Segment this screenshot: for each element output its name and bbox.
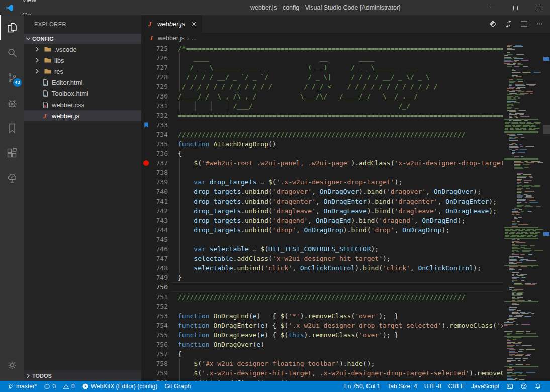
gutter-glyph[interactable]: [141, 53, 151, 63]
gutter-glyph[interactable]: [141, 244, 151, 254]
code-line-748[interactable]: 748 selectable.unbind('click', OnClickCo…: [141, 263, 550, 273]
status-play[interactable]: WebKitX (Editor) (config): [78, 381, 161, 392]
line-number[interactable]: 754: [151, 321, 168, 330]
gutter-glyph[interactable]: [141, 130, 151, 139]
gutter-glyph[interactable]: [141, 235, 151, 244]
code-line-740[interactable]: 740 drop_targets.unbind('dragover', OnDr…: [141, 187, 550, 197]
line-number[interactable]: 746: [151, 244, 168, 254]
line-number[interactable]: 741: [151, 197, 168, 206]
status-error[interactable]: 0: [40, 381, 59, 392]
line-number[interactable]: 745: [151, 235, 168, 244]
code-line-730[interactable]: 730/____/_/ \_,_/\_, / \___/\/ /____/_/ …: [141, 91, 550, 101]
gutter-glyph[interactable]: [141, 311, 151, 321]
status-ln-750-col-1[interactable]: Ln 750, Col 1: [341, 381, 384, 392]
gutter-glyph[interactable]: [141, 216, 151, 225]
status-tab-size-4[interactable]: Tab Size: 4: [384, 381, 420, 392]
activity-todo-tree-button[interactable]: [0, 166, 24, 191]
line-number[interactable]: 742: [151, 206, 168, 216]
code-line-746[interactable]: 746 var selectable = $(HIT_TEST_CONTROLS…: [141, 244, 550, 254]
code-editor[interactable]: 725/*===================================…: [141, 44, 550, 381]
activity-extensions-button[interactable]: [0, 141, 24, 166]
gutter-glyph[interactable]: [141, 282, 151, 292]
section-header-todos[interactable]: TODOS: [24, 370, 141, 381]
gutter-glyph[interactable]: [141, 91, 151, 101]
line-number[interactable]: 739: [151, 177, 168, 187]
line-number[interactable]: 748: [151, 263, 168, 273]
gutter-glyph[interactable]: [141, 263, 151, 273]
line-number[interactable]: 752: [151, 302, 168, 311]
gutter-glyph[interactable]: [141, 340, 151, 349]
activity-explorer-button[interactable]: [0, 15, 24, 40]
gutter-glyph[interactable]: [141, 349, 151, 359]
activity-source-control-button[interactable]: 43: [0, 65, 24, 90]
gutter-glyph[interactable]: [141, 206, 151, 216]
code-line-754[interactable]: 754function OnDragEnter(e) { $('.x-w2ui-…: [141, 321, 550, 330]
scrollbar-slider[interactable]: [543, 125, 550, 134]
sidebar-item--vscode[interactable]: .vscode: [24, 44, 141, 55]
code-line-737[interactable]: 737 $('#web2ui-root .w2ui-panel, .w2ui-p…: [141, 158, 550, 168]
activity-search-button[interactable]: [0, 40, 24, 65]
code-line-742[interactable]: 742 drop_targets.unbind('dragleave', OnD…: [141, 206, 550, 216]
sidebar-item-webber-js[interactable]: Jwebber.js: [24, 110, 141, 121]
code-line-749[interactable]: 749}: [141, 273, 550, 282]
gutter-glyph[interactable]: [141, 72, 151, 82]
line-number[interactable]: 758: [151, 359, 168, 368]
gutter-glyph[interactable]: [141, 187, 151, 197]
status-utf-8[interactable]: UTF-8: [421, 381, 445, 392]
split-editor-icon[interactable]: [520, 20, 528, 28]
status-terminal[interactable]: [503, 381, 517, 392]
code-line-756[interactable]: 756function OnDragOver(e): [141, 340, 550, 349]
code-line-745[interactable]: 745: [141, 235, 550, 244]
gutter-glyph[interactable]: [141, 111, 151, 120]
gutter-glyph[interactable]: [141, 101, 151, 111]
code-line-734[interactable]: 734/////////////////////////////////////…: [141, 130, 550, 139]
minimap[interactable]: [503, 44, 543, 381]
gutter-glyph[interactable]: [141, 63, 151, 72]
code-line-727[interactable]: 727 / __ \_______ ____ _ ( _ ) / __ \___…: [141, 63, 550, 72]
code-line-728[interactable]: 728 / / / / __/ _ `/ _ `/ / _ \| / / / /…: [141, 72, 550, 82]
code-line-736[interactable]: 736{: [141, 149, 550, 158]
git-graph-icon[interactable]: [504, 20, 513, 28]
gutter-glyph[interactable]: [141, 359, 151, 368]
code-line-732[interactable]: 732=====================================…: [141, 111, 550, 120]
close-button[interactable]: [527, 0, 550, 15]
breakpoint-gutter[interactable]: [141, 158, 151, 168]
sidebar-item-editor-html[interactable]: Editor.html: [24, 77, 141, 88]
line-number[interactable]: 732: [151, 111, 168, 120]
line-number[interactable]: 731: [151, 101, 168, 111]
maximize-button[interactable]: [504, 0, 527, 15]
minimize-button[interactable]: [481, 0, 504, 15]
line-number[interactable]: 755: [151, 330, 168, 340]
line-number[interactable]: 729: [151, 82, 168, 91]
line-number[interactable]: 737: [151, 158, 168, 168]
gutter-glyph[interactable]: [141, 44, 151, 53]
code-line-726[interactable]: 726 ____ __ ____: [141, 53, 550, 63]
breadcrumb-file[interactable]: webber.js: [158, 35, 185, 42]
gutter-glyph[interactable]: [141, 82, 151, 91]
line-number[interactable]: 733: [151, 120, 168, 130]
sidebar-item-toolbox-html[interactable]: Toolbox.html: [24, 88, 141, 99]
gutter-glyph[interactable]: [141, 139, 151, 149]
code-line-757[interactable]: 757{: [141, 349, 550, 359]
status-bell[interactable]: [531, 381, 545, 392]
gutter-glyph[interactable]: [141, 302, 151, 311]
line-number[interactable]: 728: [151, 72, 168, 82]
status-warning[interactable]: 0: [59, 381, 78, 392]
status-git-graph[interactable]: Git Graph: [161, 381, 194, 392]
gutter-glyph[interactable]: [141, 168, 151, 177]
line-number[interactable]: 756: [151, 340, 168, 349]
code-line-725[interactable]: 725/*===================================…: [141, 44, 550, 53]
code-line-744[interactable]: 744 drop_targets.unbind('drop', OnDragDr…: [141, 225, 550, 235]
code-line-759[interactable]: 759 $('.x-w2ui-designer-hit-target, .x-w…: [141, 368, 550, 378]
activity-debug-button[interactable]: [0, 90, 24, 116]
code-line-747[interactable]: 747 selectable.addClass('x-w2ui-designer…: [141, 254, 550, 263]
bookmark-gutter[interactable]: [141, 120, 151, 130]
gutter-glyph[interactable]: [141, 254, 151, 263]
breadcrumb-symbol[interactable]: ...: [191, 35, 196, 42]
line-number[interactable]: 740: [151, 187, 168, 197]
line-number[interactable]: 759: [151, 368, 168, 378]
line-number[interactable]: 749: [151, 273, 168, 282]
code-line-739[interactable]: 739 var drop_targets = $('.x-w2ui-design…: [141, 177, 550, 187]
code-line-752[interactable]: 752: [141, 302, 550, 311]
line-number[interactable]: 725: [151, 44, 168, 53]
